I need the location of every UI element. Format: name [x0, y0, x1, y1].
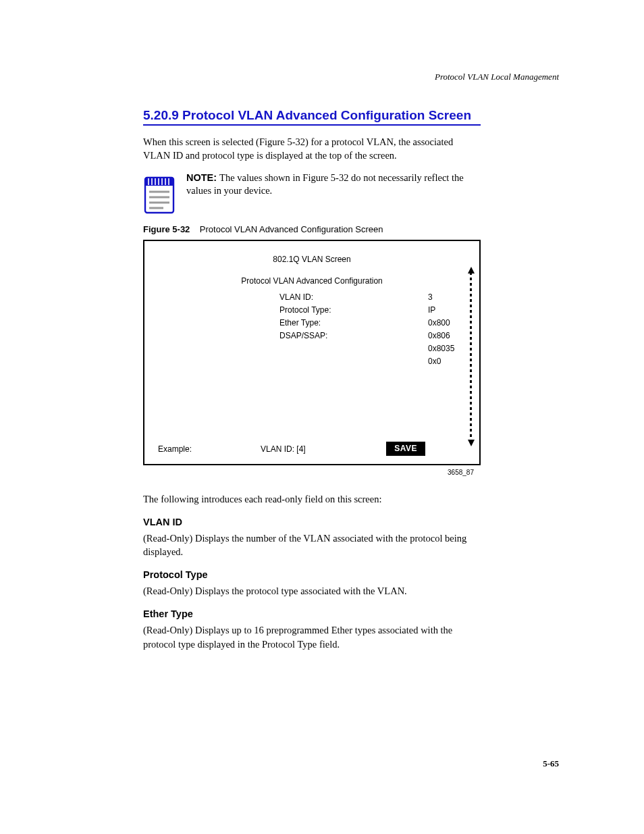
figure-row-key: Ether Type:: [279, 317, 428, 330]
field-desc: (Read-Only) Displays up to 16 preprogram…: [143, 623, 481, 651]
figure-row-val: 0x800: [428, 317, 450, 330]
page-number: 5-65: [543, 758, 559, 769]
figure-row-val: IP: [428, 304, 435, 317]
page-content: 5.20.9 Protocol VLAN Advanced Configurat…: [143, 108, 481, 651]
figure-row-val: 3: [428, 291, 433, 304]
field-title: VLAN ID: [143, 517, 481, 527]
scroll-track: [470, 272, 472, 441]
vlan-id-input-label: VLAN ID: [4]: [261, 444, 306, 454]
figure-row: DSAP/SSAP:0x806: [279, 330, 466, 342]
section-title: 5.20.9 Protocol VLAN Advanced Configurat…: [143, 108, 481, 123]
scroll-up-icon: [468, 267, 475, 273]
figure-row-key: Protocol Type:: [279, 304, 428, 317]
figure-row-key: [279, 342, 428, 355]
example-label: Example:: [158, 444, 192, 454]
post-figure-text: The following introduces each read-only …: [143, 492, 481, 506]
figure-mid-title: Protocol VLAN Advanced Configuration: [158, 276, 466, 286]
figure-config-rows: VLAN ID:3 Protocol Type:IP Ether Type:0x…: [279, 291, 466, 369]
save-button: SAVE: [386, 442, 425, 456]
notepad-icon: [143, 172, 176, 215]
note-block: NOTE: The values shown in Figure 5-32 do…: [143, 172, 481, 215]
figure-panel-title: 802.1Q VLAN Screen: [158, 255, 466, 264]
intro-paragraph: When this screen is selected (Figure 5-3…: [143, 135, 481, 162]
page-running-header: Protocol VLAN Local Management: [435, 72, 559, 82]
scroll-down-icon: [468, 440, 475, 446]
figure-row-key: DSAP/SSAP:: [279, 330, 428, 342]
figure-caption-text: Protocol VLAN Advanced Configuration Scr…: [200, 224, 383, 234]
figure-ref: 3658_87: [448, 469, 474, 476]
field-desc: (Read-Only) Displays the protocol type a…: [143, 584, 481, 598]
figure-row-key: VLAN ID:: [279, 291, 428, 304]
note-body: The values shown in Figure 5-32 do not n…: [186, 172, 464, 197]
figure-label: Figure 5-32: [143, 224, 190, 234]
figure-row-val: 0x8035: [428, 342, 454, 355]
figure-caption: Figure 5-32 Protocol VLAN Advanced Confi…: [143, 224, 481, 234]
field-desc: (Read-Only) Displays the number of the V…: [143, 531, 481, 559]
note-head: NOTE:: [186, 172, 217, 183]
figure-row-val: 0x806: [428, 330, 450, 342]
field-title: Ether Type: [143, 608, 481, 619]
figure-row: Ether Type:0x800: [279, 317, 466, 330]
figure-row: VLAN ID:3: [279, 291, 466, 304]
figure-row-key: [279, 355, 428, 368]
field-title: Protocol Type: [143, 569, 481, 580]
figure-row: 0x8035: [279, 342, 466, 355]
figure-row: 0x0: [279, 355, 466, 368]
section-rule: [143, 124, 481, 126]
note-text: NOTE: The values shown in Figure 5-32 do…: [186, 172, 481, 198]
figure-row-val: 0x0: [428, 355, 441, 368]
figure-row: Protocol Type:IP: [279, 304, 466, 317]
figure-box: 802.1Q VLAN Screen Protocol VLAN Advance…: [143, 240, 481, 465]
figure-scrollbar: [468, 267, 475, 446]
